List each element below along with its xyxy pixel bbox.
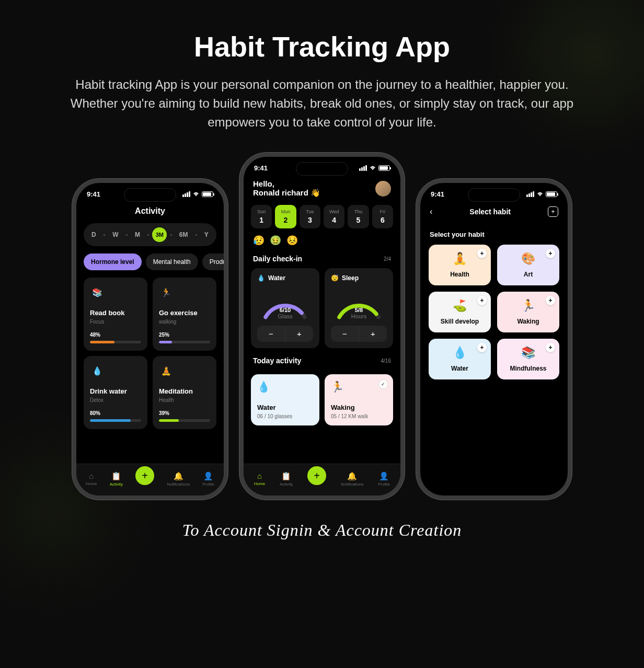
range-3M[interactable]: 3M bbox=[152, 227, 167, 242]
nav-activity[interactable]: 📋Activity bbox=[280, 471, 293, 487]
decrement-button[interactable]: − bbox=[257, 326, 285, 342]
nav-notifications[interactable]: 🔔Notifications bbox=[167, 471, 190, 487]
range-W[interactable]: W bbox=[108, 229, 122, 240]
activity-icon: 💧 bbox=[90, 363, 105, 378]
gauge-label: Glass bbox=[257, 313, 313, 319]
habit-card-waking[interactable]: + 🏃 Waking bbox=[497, 292, 559, 332]
habit-card-mindfulness[interactable]: + 📚 Mindfulness bbox=[497, 339, 559, 379]
notch bbox=[124, 188, 176, 202]
tab-hormone-level[interactable]: Hormone level bbox=[84, 254, 142, 270]
habit-name: Health bbox=[434, 271, 486, 278]
notch bbox=[468, 188, 520, 202]
gauge-value: 5/8 bbox=[331, 307, 387, 313]
range-M[interactable]: M bbox=[131, 229, 144, 240]
fab-add[interactable]: + bbox=[135, 466, 154, 485]
range-6M[interactable]: 6M bbox=[175, 229, 192, 240]
range-Y[interactable]: Y bbox=[200, 229, 213, 240]
today-card[interactable]: ✓ 🏃 Waking 05 / 12 KM walk bbox=[325, 374, 393, 425]
bottom-nav: ⌂Home📋Activity+🔔Notifications👤Profile bbox=[244, 464, 400, 496]
day-sun[interactable]: Sun1 bbox=[251, 205, 272, 228]
category-tabs: Hormone levelMental healthProduc bbox=[84, 254, 224, 270]
profile-icon: 👤 bbox=[202, 471, 214, 481]
checkin-name: Water bbox=[268, 274, 285, 282]
phone-home: 9:41 Hello, Ronald richard 👋 Sun1Mon2Tue… bbox=[244, 157, 400, 496]
nav-profile[interactable]: 👤Profile bbox=[202, 471, 214, 487]
gauge-value: 6/10 bbox=[257, 307, 313, 313]
today-sub: 05 / 12 KM walk bbox=[331, 413, 387, 419]
day-tue[interactable]: Tue3 bbox=[300, 205, 320, 228]
home-icon: ⌂ bbox=[86, 471, 97, 480]
add-icon[interactable]: + bbox=[477, 296, 487, 305]
wifi-icon bbox=[369, 166, 376, 171]
profile-icon: 👤 bbox=[378, 471, 390, 481]
nav-profile[interactable]: 👤Profile bbox=[378, 471, 390, 487]
activity-icon: 📋 bbox=[280, 471, 293, 481]
day-wed[interactable]: Wed4 bbox=[324, 205, 344, 228]
gauge-label: Hours bbox=[331, 313, 387, 319]
check-icon: ✓ bbox=[378, 379, 388, 389]
activity-sub: Focus bbox=[90, 319, 141, 325]
day-mon[interactable]: Mon2 bbox=[275, 205, 296, 228]
activity-card[interactable]: 📚 Read book Focus 48% bbox=[84, 278, 147, 351]
habit-name: Mindfulness bbox=[502, 365, 554, 372]
habit-card-art[interactable]: + 🎨 Art bbox=[497, 245, 559, 285]
activity-card[interactable]: 💧 Drink water Detox 80% bbox=[84, 356, 147, 429]
habit-card-health[interactable]: + 🧘 Health bbox=[429, 245, 491, 285]
add-icon[interactable]: + bbox=[546, 249, 555, 258]
add-habit-button[interactable]: + bbox=[548, 206, 558, 217]
add-icon[interactable]: + bbox=[477, 249, 487, 258]
checkin-icon: 💧 bbox=[257, 274, 265, 282]
mood-icon[interactable]: 🤢 bbox=[270, 235, 281, 246]
tab-produc[interactable]: Produc bbox=[202, 254, 224, 270]
mood-icon[interactable]: 😣 bbox=[286, 235, 298, 246]
add-icon[interactable]: + bbox=[546, 343, 555, 352]
fab-add[interactable]: + bbox=[307, 466, 326, 485]
today-sub: 06 / 10 glasses bbox=[257, 413, 313, 419]
habit-name: Skill develop bbox=[434, 318, 486, 325]
nav-home[interactable]: ⌂Home bbox=[254, 471, 265, 486]
avatar[interactable] bbox=[375, 181, 391, 197]
decrement-button[interactable]: − bbox=[331, 326, 359, 342]
signal-icon bbox=[526, 191, 534, 197]
increment-button[interactable]: + bbox=[285, 326, 313, 342]
habit-name: Art bbox=[502, 271, 554, 278]
tab-mental-health[interactable]: Mental health bbox=[146, 254, 198, 270]
activity-card[interactable]: 🏃 Go exercise walking 25% bbox=[153, 278, 216, 351]
signal-icon bbox=[182, 191, 190, 197]
habit-card-skill-develop[interactable]: + ⛳ Skill develop bbox=[429, 292, 491, 332]
nav-activity[interactable]: 📋Activity bbox=[110, 471, 123, 487]
add-icon[interactable]: + bbox=[546, 296, 555, 305]
signal-icon bbox=[359, 165, 367, 171]
activity-card[interactable]: 🧘 Meditation Health 39% bbox=[153, 356, 216, 429]
nav-home[interactable]: ⌂Home bbox=[86, 471, 97, 486]
today-name: Waking bbox=[331, 404, 387, 411]
battery-icon bbox=[202, 191, 213, 197]
add-icon[interactable]: + bbox=[477, 343, 487, 352]
day-thu[interactable]: Thu5 bbox=[348, 205, 369, 228]
activity-icon: 🏃 bbox=[159, 285, 174, 300]
activity-sub: walking bbox=[159, 319, 210, 325]
greeting-line1: Hello, bbox=[253, 179, 320, 188]
status-time: 9:41 bbox=[431, 190, 444, 198]
time-range-selector[interactable]: DWM3M6MY bbox=[84, 223, 216, 246]
wifi-icon bbox=[536, 192, 544, 197]
nav-notifications[interactable]: 🔔Notifications bbox=[341, 471, 364, 487]
bottom-nav: ⌂Home📋Activity+🔔Notifications👤Profile bbox=[76, 464, 224, 496]
today-icon: 💧 bbox=[257, 381, 313, 393]
phone-activity: 9:41 Activity DWM3M6MY Hormone levelMent… bbox=[76, 183, 224, 496]
mood-icon[interactable]: 😥 bbox=[253, 235, 264, 246]
habit-card-water[interactable]: + 💧 Water bbox=[429, 339, 491, 379]
activity-sub: Detox bbox=[90, 397, 141, 403]
today-card[interactable]: 💧 Water 06 / 10 glasses bbox=[251, 374, 319, 425]
checkin-name: Sleep bbox=[342, 274, 359, 282]
range-D[interactable]: D bbox=[87, 229, 100, 240]
activity-icon: 🧘 bbox=[159, 363, 174, 378]
screen-title: Select habit bbox=[469, 208, 511, 216]
increment-button[interactable]: + bbox=[359, 326, 387, 342]
day-fri[interactable]: Fri6 bbox=[372, 205, 393, 228]
notifications-icon: 🔔 bbox=[167, 471, 190, 481]
home-icon: ⌂ bbox=[254, 471, 265, 480]
back-button[interactable]: ‹ bbox=[430, 207, 432, 216]
notifications-icon: 🔔 bbox=[341, 471, 364, 481]
activity-sub: Health bbox=[159, 397, 210, 403]
